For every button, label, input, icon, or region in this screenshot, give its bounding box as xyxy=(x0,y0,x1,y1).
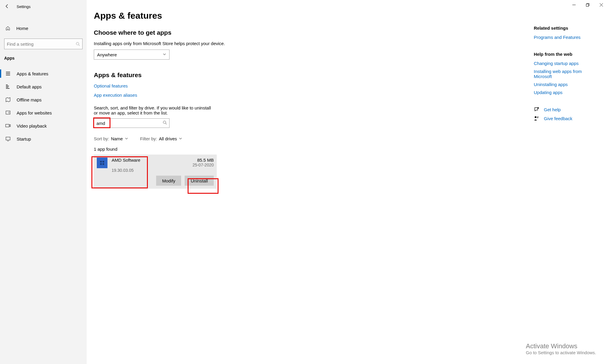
sidebar-item-default-apps[interactable]: Default apps xyxy=(0,80,87,93)
sidebar-item-label: Apps & features xyxy=(17,71,48,76)
svg-point-19 xyxy=(538,107,539,109)
right-column: Related settings Programs and Features H… xyxy=(534,11,608,364)
apps-features-heading: Apps & features xyxy=(94,71,325,79)
link-app-execution-aliases[interactable]: App execution aliases xyxy=(94,93,137,98)
home-icon xyxy=(5,26,10,31)
choose-desc: Installing apps only from Microsoft Stor… xyxy=(94,41,325,46)
svg-rect-2 xyxy=(6,72,10,72)
chevron-down-icon xyxy=(163,53,166,57)
svg-line-14 xyxy=(166,123,167,125)
app-search-input[interactable] xyxy=(96,121,163,126)
apps-features-icon xyxy=(5,71,11,76)
sidebar-item-apps-features[interactable]: Apps & features xyxy=(0,67,87,80)
app-size: 85.5 MB xyxy=(192,158,214,163)
svg-rect-6 xyxy=(6,86,9,86)
window-controls xyxy=(567,0,608,9)
get-help-link[interactable]: Get help xyxy=(544,107,561,112)
filter-label: Filter by: xyxy=(140,136,157,141)
activation-watermark: Activate Windows Go to Settings to activ… xyxy=(526,342,596,355)
uninstall-button[interactable]: Uninstall xyxy=(185,176,214,186)
related-settings-heading: Related settings xyxy=(534,26,596,31)
app-source-value: Anywhere xyxy=(97,52,117,57)
get-help-row[interactable]: Get help xyxy=(534,107,596,112)
sidebar-item-label: Default apps xyxy=(17,84,42,89)
app-date: 25-07-2020 xyxy=(192,163,214,167)
sidebar-item-label: Video playback xyxy=(17,123,47,128)
svg-rect-10 xyxy=(6,124,9,127)
svg-rect-3 xyxy=(6,73,10,74)
sidebar: Settings Home Apps Apps & features xyxy=(0,0,87,364)
modify-button[interactable]: Modify xyxy=(156,176,181,186)
sidebar-search[interactable] xyxy=(4,39,83,49)
maximize-button[interactable] xyxy=(581,0,594,9)
link-changing-startup-apps[interactable]: Changing startup apps xyxy=(534,61,596,66)
svg-rect-4 xyxy=(6,75,10,75)
sidebar-item-offline-maps[interactable]: Offline maps xyxy=(0,93,87,106)
choose-heading: Choose where to get apps xyxy=(94,29,325,36)
startup-icon xyxy=(5,136,11,142)
app-count: 1 app found xyxy=(94,147,325,152)
svg-rect-5 xyxy=(6,85,8,85)
sidebar-item-label: Offline maps xyxy=(17,97,42,102)
svg-point-0 xyxy=(76,42,79,45)
svg-point-15 xyxy=(100,161,102,163)
sort-by[interactable]: Sort by: Name xyxy=(94,136,128,141)
link-installing-web-apps[interactable]: Installing web apps from Microsoft xyxy=(534,69,596,79)
app-icon xyxy=(97,158,107,168)
sort-value: Name xyxy=(111,136,123,141)
filter-value: All drives xyxy=(159,136,177,141)
svg-line-1 xyxy=(79,45,80,46)
app-source-dropdown[interactable]: Anywhere xyxy=(94,50,170,60)
sidebar-item-label: Startup xyxy=(17,136,31,142)
sidebar-home-label: Home xyxy=(16,26,28,31)
link-updating-apps[interactable]: Updating apps xyxy=(534,90,596,95)
app-version: 19.30.03.05 xyxy=(112,168,188,173)
sidebar-search-input[interactable] xyxy=(7,42,76,47)
sidebar-nav: Apps & features Default apps Offline map… xyxy=(0,67,87,145)
window-title: Settings xyxy=(17,4,31,9)
svg-point-17 xyxy=(100,163,102,165)
watermark-sub: Go to Settings to activate Windows. xyxy=(526,350,596,355)
chevron-down-icon xyxy=(179,136,182,141)
sidebar-item-label: Apps for websites xyxy=(17,110,52,115)
main: Apps & features Choose where to get apps… xyxy=(87,0,608,364)
link-programs-features[interactable]: Programs and Features xyxy=(534,35,596,40)
svg-point-16 xyxy=(102,161,104,163)
content: Apps & features Choose where to get apps… xyxy=(94,11,325,364)
default-apps-icon xyxy=(5,84,11,89)
sidebar-section-label: Apps xyxy=(0,49,87,63)
close-button[interactable] xyxy=(594,0,608,9)
search-icon xyxy=(76,42,80,46)
sidebar-item-apps-websites[interactable]: Apps for websites xyxy=(0,106,87,119)
back-button[interactable] xyxy=(5,4,10,10)
sidebar-item-video-playback[interactable]: Video playback xyxy=(0,119,87,132)
app-name: AMD Software xyxy=(112,158,188,163)
help-from-web-heading: Help from the web xyxy=(534,52,596,57)
app-list-item[interactable]: AMD Software 19.30.03.05 85.5 MB 25-07-2… xyxy=(94,155,217,189)
watermark-title: Activate Windows xyxy=(526,342,596,350)
chevron-down-icon xyxy=(125,136,128,141)
sidebar-item-startup[interactable]: Startup xyxy=(0,132,87,145)
filters: Sort by: Name Filter by: All drives xyxy=(94,136,325,141)
search-desc: Search, sort, and filter by drive. If yo… xyxy=(94,105,216,115)
sidebar-home[interactable]: Home xyxy=(0,22,87,35)
minimize-button[interactable] xyxy=(567,0,581,9)
svg-rect-8 xyxy=(6,88,10,89)
sort-label: Sort by: xyxy=(94,136,109,141)
apps-websites-icon xyxy=(5,110,11,115)
give-feedback-link[interactable]: Give feedback xyxy=(544,116,572,121)
filter-by[interactable]: Filter by: All drives xyxy=(140,136,182,141)
link-optional-features[interactable]: Optional features xyxy=(94,83,128,88)
feedback-icon xyxy=(534,116,539,121)
app-search[interactable] xyxy=(94,118,170,128)
offline-maps-icon xyxy=(5,97,11,102)
svg-rect-11 xyxy=(6,137,10,140)
link-uninstalling-apps[interactable]: Uninstalling apps xyxy=(534,82,596,87)
svg-rect-9 xyxy=(6,111,10,114)
give-feedback-row[interactable]: Give feedback xyxy=(534,116,596,121)
svg-point-13 xyxy=(163,121,166,124)
video-playback-icon xyxy=(5,123,11,128)
search-icon xyxy=(163,120,167,126)
svg-rect-22 xyxy=(586,4,588,6)
page-title: Apps & features xyxy=(94,11,325,21)
